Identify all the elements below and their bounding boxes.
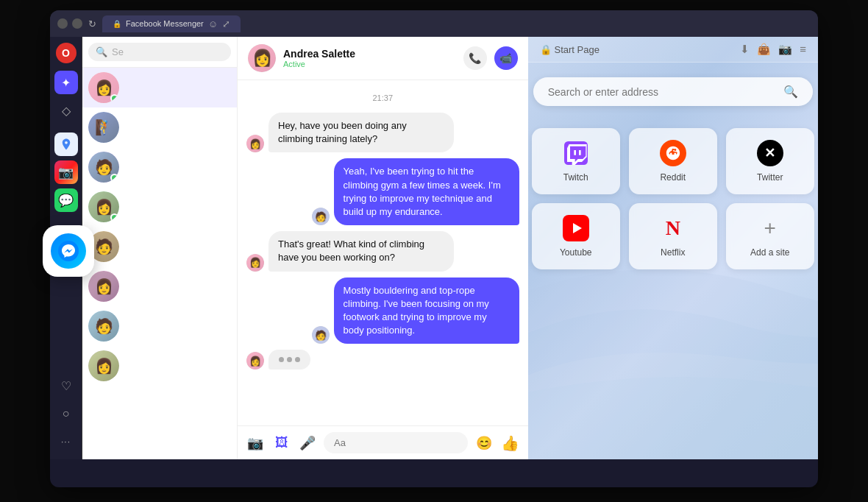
twitter-icon: ✕ <box>757 140 783 166</box>
wallet-icon[interactable]: 👜 <box>757 43 771 56</box>
twitch-label: Twitch <box>563 172 588 183</box>
chat-contact-name: Andrea Salette <box>283 48 456 60</box>
chat-header-info: Andrea Salette Active <box>283 48 456 68</box>
typing-dot-1 <box>279 357 284 362</box>
screenshot-icon[interactable]: 📷 <box>778 43 792 56</box>
sidebar-icon-clock[interactable]: ○ <box>54 402 78 425</box>
sidebar-icon-maps[interactable] <box>54 132 78 156</box>
contact-item-6[interactable]: 👩 <box>82 266 237 306</box>
voice-call-button[interactable]: 📞 <box>463 46 487 70</box>
speed-dial-twitch[interactable]: Twitch <box>532 128 620 194</box>
typing-indicator-row: 👩 <box>246 350 519 370</box>
start-page-label: Start Page <box>555 44 600 55</box>
reddit-icon <box>660 140 686 166</box>
netflix-label: Netflix <box>661 247 685 258</box>
messenger-panel: 🔍 Se 👩 🧗 <box>82 37 237 459</box>
active-tab[interactable]: 🔒 Facebook Messenger ☺ ⤢ <box>102 15 241 32</box>
chat-header: 👩 Andrea Salette Active 📞 📹 <box>238 37 528 80</box>
message-input-bar: 📷 🖼 🎤 😊 👍 <box>238 425 528 459</box>
opera-logo-text: O <box>62 47 70 59</box>
refresh-button[interactable]: ↻ <box>88 18 96 29</box>
tab-action-icons: ☺ ⤢ <box>208 18 230 29</box>
msg-avatar-sent-2: 🧑 <box>312 326 330 344</box>
start-page-title-bar: 🔒 Start Page <box>540 44 600 55</box>
contact-avatar-2: 🧗 <box>88 112 119 143</box>
search-placeholder: Se <box>112 46 124 57</box>
msg-avatar-received-2: 👩 <box>246 254 264 272</box>
bubble-received-1: Hey, have you been doing any climbing tr… <box>268 113 454 152</box>
time-divider: 21:37 <box>246 93 519 102</box>
chat-area: 👩 Andrea Salette Active 📞 📹 21:37 👩 <box>237 37 528 459</box>
bubble-sent-1: Yeah, I've been trying to hit the climbi… <box>334 158 519 225</box>
contact-avatar-6: 👩 <box>88 271 119 302</box>
msg-avatar-sent-1: 🧑 <box>312 208 330 225</box>
contact-item-1[interactable]: 👩 <box>82 68 237 107</box>
contact-item-2[interactable]: 🧗 <box>82 107 237 147</box>
download-icon[interactable]: ⬇ <box>740 43 750 56</box>
start-search-icon: 🔍 <box>783 85 798 99</box>
emoji-button[interactable]: 😊 <box>474 435 494 451</box>
sidebar-bottom: ♡ ○ ··· <box>54 374 78 453</box>
svg-point-5 <box>58 241 79 261</box>
speed-dial-grid: Twitch <box>532 128 814 269</box>
contact-item-4[interactable]: 👩 <box>82 187 237 227</box>
mic-button[interactable]: 🎤 <box>297 435 318 451</box>
contact-item-3[interactable]: 🧑 <box>82 147 237 187</box>
window-control-1[interactable] <box>57 18 68 29</box>
messenger-search-area: 🔍 Se <box>82 37 237 68</box>
sidebar-icon-whatsapp[interactable]: 💬 <box>54 188 78 212</box>
window-control-2[interactable] <box>72 18 82 29</box>
contact-item-5[interactable]: 🧑 <box>82 227 237 266</box>
tab-bar: ↻ 🔒 Facebook Messenger ☺ ⤢ <box>50 10 818 37</box>
contact-list: 👩 🧗 🧑 <box>82 68 237 459</box>
add-site-label: Add a site <box>750 247 789 258</box>
start-page-body: 🔍 Twitch <box>528 63 819 459</box>
image-button[interactable]: 🖼 <box>271 435 292 450</box>
youtube-icon <box>563 215 589 241</box>
opera-logo[interactable]: O <box>56 43 77 63</box>
message-row-1: 👩 Hey, have you been doing any climbing … <box>246 113 519 152</box>
twitter-label: Twitter <box>757 172 783 183</box>
chat-header-avatar: 👩 <box>248 44 276 72</box>
search-icon: 🔍 <box>96 46 107 57</box>
contact-avatar-3: 🧑 <box>88 152 119 183</box>
messenger-float-icon[interactable] <box>43 225 94 277</box>
chat-contact-status: Active <box>283 60 456 68</box>
speed-dial-netflix[interactable]: N Netflix <box>629 203 717 269</box>
browser-window: ↻ 🔒 Facebook Messenger ☺ ⤢ O ✦ ◇ 📷 💬 <box>50 10 818 487</box>
messages-list: 21:37 👩 Hey, have you been doing any cli… <box>238 80 528 425</box>
speed-dial-youtube[interactable]: Youtube <box>532 203 620 269</box>
sidebar-icon-heart[interactable]: ♡ <box>54 374 78 397</box>
speed-dial-add[interactable]: + Add a site <box>726 203 814 269</box>
reddit-label: Reddit <box>660 172 686 183</box>
sidebar-icon-more[interactable]: ··· <box>54 430 78 453</box>
speed-dial-twitter[interactable]: ✕ Twitter <box>726 128 814 194</box>
camera-button[interactable]: 📷 <box>245 435 266 451</box>
speed-dial-reddit[interactable]: Reddit <box>629 128 717 194</box>
expand-icon[interactable]: ⤢ <box>222 18 230 29</box>
contact-item-8[interactable]: 👩 <box>82 346 237 386</box>
start-page: 🔒 Start Page ⬇ 👜 📷 ≡ 🔍 <box>528 37 819 459</box>
bubble-sent-2: Mostly bouldering and top-rope climbing.… <box>334 277 519 344</box>
start-search-bar[interactable]: 🔍 <box>533 77 813 106</box>
video-call-button[interactable]: 📹 <box>494 46 518 70</box>
sidebar-icon-ai[interactable]: ✦ <box>54 71 78 94</box>
smiley-icon[interactable]: ☺ <box>208 18 218 29</box>
start-search-input[interactable] <box>548 86 776 98</box>
message-input[interactable] <box>324 432 468 453</box>
menu-icon[interactable]: ≡ <box>800 43 806 56</box>
contact-avatar-8: 👩 <box>88 350 119 381</box>
chat-header-actions: 📞 📹 <box>463 46 518 70</box>
sidebar-icon-shape[interactable]: ◇ <box>54 99 78 122</box>
netflix-icon: N <box>660 215 686 241</box>
messenger-search-box[interactable]: 🔍 Se <box>88 43 231 61</box>
message-row-3: 👩 That's great! What kind of climbing ha… <box>246 231 519 271</box>
contact-item-7[interactable]: 🧑 <box>82 306 237 346</box>
start-page-header: 🔒 Start Page ⬇ 👜 📷 ≡ <box>528 37 819 63</box>
browser-content: O ✦ ◇ 📷 💬 ♡ ○ ··· 🔍 Se <box>50 37 818 459</box>
bubble-received-2: That's great! What kind of climbing have… <box>268 231 454 271</box>
sidebar-icon-instagram[interactable]: 📷 <box>54 160 78 184</box>
like-button[interactable]: 👍 <box>500 434 521 452</box>
typing-bubble <box>268 350 310 370</box>
message-row-4: Mostly bouldering and top-rope climbing.… <box>246 277 519 344</box>
